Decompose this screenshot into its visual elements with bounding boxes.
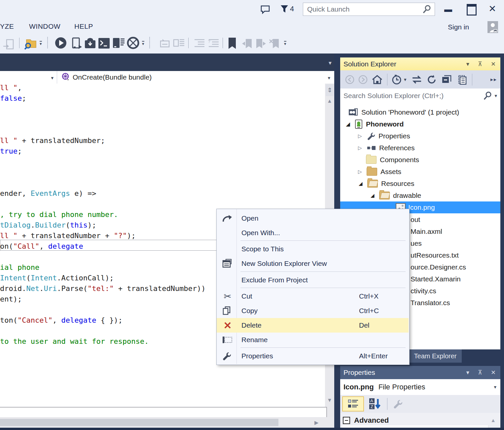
- tree-item-solution[interactable]: Solution 'Phoneword' (1 project): [348, 106, 459, 118]
- solution-explorer-search[interactable]: Search Solution Explorer (Ctrl+;) ▾: [340, 89, 500, 103]
- search-options-icon[interactable]: ▾: [494, 93, 497, 99]
- clear-bookmarks-icon[interactable]: [269, 37, 281, 50]
- menu-item-rename[interactable]: Rename: [217, 333, 409, 347]
- solution-explorer-header[interactable]: Solution Explorer ▾ ⊼ ✕: [340, 57, 500, 70]
- filter-dropdown-icon[interactable]: ▾: [404, 77, 407, 83]
- menu-item-delete[interactable]: ✕ Delete Del: [217, 318, 409, 333]
- navigate-back-content-icon[interactable]: [159, 38, 171, 49]
- scroll-right-icon[interactable]: ▶: [314, 419, 318, 426]
- menu-item-copy[interactable]: Copy Ctrl+C: [217, 304, 409, 318]
- quick-launch-box[interactable]: Quick Launch: [303, 3, 435, 16]
- menu-item-scope-to-this[interactable]: Scope to This: [217, 242, 409, 256]
- pin-icon[interactable]: ⊼: [478, 369, 482, 376]
- menu-item-new-solution-explorer-view[interactable]: New Solution Explorer View: [217, 256, 409, 271]
- attach-process-icon[interactable]: [3, 38, 15, 51]
- expander-expanded-icon[interactable]: ◢: [371, 193, 378, 198]
- toolbar-grip[interactable]: [149, 37, 152, 48]
- tree-item-fragment[interactable]: out: [411, 216, 420, 224]
- window-position-icon[interactable]: ▾: [466, 60, 469, 68]
- expander-expanded-icon[interactable]: ◢: [359, 181, 367, 187]
- feedback-icon[interactable]: [260, 4, 271, 15]
- menu-item-exclude-from-project[interactable]: Exclude From Project: [217, 273, 409, 287]
- alphabetical-sort-button[interactable]: AZ: [369, 398, 382, 410]
- tree-item-fragment[interactable]: Translator.cs: [411, 299, 450, 307]
- menu-item-open-with[interactable]: Open With...: [217, 226, 409, 240]
- scroll-up-icon[interactable]: ▲: [327, 98, 332, 104]
- back-button[interactable]: [345, 75, 355, 85]
- pending-changes-filter-button[interactable]: [391, 74, 403, 85]
- tree-item-drawable[interactable]: ◢ drawable: [371, 190, 421, 201]
- toolbar-grip[interactable]: [47, 37, 50, 48]
- sign-in-link[interactable]: Sign in: [448, 23, 469, 31]
- preview-selected-items-button[interactable]: [456, 74, 467, 85]
- notification-filter[interactable]: 4: [280, 4, 294, 14]
- properties-header[interactable]: Properties ▾ ⊼ ✕: [340, 366, 500, 379]
- member-dropdown[interactable]: OnCreate(Bundle bundle) ▾: [59, 71, 334, 84]
- tree-item-assets[interactable]: ▷ Assets: [358, 166, 401, 178]
- properties-object-dropdown[interactable]: Icon.png File Properties ▾: [340, 379, 500, 395]
- close-button[interactable]: ✕: [488, 3, 496, 14]
- profiler-button[interactable]: [127, 37, 139, 49]
- close-icon[interactable]: ✕: [491, 369, 496, 376]
- expander-collapsed-icon[interactable]: ▷: [358, 169, 366, 175]
- collapse-all-button[interactable]: [441, 74, 452, 85]
- toolbar-options-icon[interactable]: ▸▸: [490, 76, 497, 83]
- toolbar-overflow-icon[interactable]: ▾: [284, 41, 286, 46]
- expander-expanded-icon[interactable]: ◢: [346, 121, 354, 127]
- expander-collapsed-icon[interactable]: ▷: [358, 133, 366, 139]
- scroll-up-icon[interactable]: ▲: [490, 417, 496, 423]
- tree-item-fragment[interactable]: Main.axml: [411, 228, 442, 235]
- categorized-button[interactable]: +: [342, 396, 364, 412]
- property-pages-wrench-icon[interactable]: [393, 399, 403, 409]
- collapse-category-icon[interactable]: [343, 417, 350, 424]
- tree-item-phoneword[interactable]: ◢ Phoneword: [346, 118, 404, 130]
- tree-item-fragment[interactable]: ctivity.cs: [411, 287, 436, 295]
- menu-item-open[interactable]: Open: [217, 211, 409, 226]
- bookmark-button[interactable]: [227, 37, 237, 50]
- start-debug-button[interactable]: [54, 37, 67, 49]
- sync-with-active-document-button[interactable]: [411, 75, 422, 84]
- increase-indent-icon[interactable]: ?: [207, 38, 220, 48]
- toolbar-overflow-icon[interactable]: ▾: [142, 41, 144, 46]
- toolbar-overflow-icon[interactable]: ▾: [40, 41, 42, 46]
- tree-item-fragment[interactable]: ues: [411, 239, 422, 247]
- scroll-down-icon[interactable]: ▼: [327, 397, 332, 403]
- decrease-indent-icon[interactable]: [193, 38, 206, 48]
- menu-analyze[interactable]: YZE: [0, 22, 14, 30]
- minimize-button[interactable]: ▬: [444, 5, 452, 14]
- device-log-button[interactable]: [112, 37, 125, 50]
- editor-horizontal-scrollbar[interactable]: ▶: [0, 417, 334, 428]
- tree-item-fragment[interactable]: ource.Designer.cs: [411, 263, 466, 271]
- tree-item-references[interactable]: ▷ References: [358, 142, 414, 154]
- menu-help[interactable]: HELP: [74, 22, 93, 30]
- forward-button[interactable]: [358, 75, 368, 85]
- copy-structure-icon[interactable]: [172, 37, 185, 49]
- prev-bookmark-icon[interactable]: [241, 37, 253, 50]
- adb-console-button[interactable]: [98, 37, 110, 49]
- tree-item-fragment[interactable]: utResources.txt: [411, 251, 459, 259]
- find-in-files-button[interactable]: [24, 37, 38, 50]
- tree-item-fragment[interactable]: Started.Xamarin: [411, 275, 461, 283]
- scrollbar-thumb[interactable]: [0, 419, 278, 426]
- maximize-button[interactable]: [467, 4, 477, 16]
- document-dropdown-icon[interactable]: ▼: [328, 60, 333, 66]
- menu-item-cut[interactable]: ✂ Cut Ctrl+X: [217, 289, 409, 304]
- type-dropdown[interactable]: ▾: [0, 71, 57, 84]
- tree-item-properties[interactable]: ▷ Properties: [358, 130, 410, 142]
- android-sdk-button[interactable]: [84, 37, 96, 50]
- refresh-button[interactable]: [426, 74, 437, 85]
- home-button[interactable]: [372, 75, 382, 85]
- pin-icon[interactable]: ⊼: [478, 60, 482, 68]
- close-icon[interactable]: ✕: [491, 60, 496, 68]
- expander-collapsed-icon[interactable]: ▷: [358, 145, 366, 151]
- window-position-icon[interactable]: ▾: [466, 369, 469, 376]
- next-bookmark-icon[interactable]: [255, 37, 267, 50]
- menu-item-properties[interactable]: Properties Alt+Enter: [217, 349, 409, 363]
- tree-item-resources[interactable]: ◢ Resources: [359, 178, 414, 190]
- deploy-device-button[interactable]: [71, 37, 83, 50]
- tree-item-components[interactable]: Components: [366, 154, 419, 166]
- user-avatar-icon[interactable]: [487, 21, 498, 33]
- tab-team-explorer[interactable]: Team Explorer: [409, 349, 462, 363]
- menu-window[interactable]: WINDOW: [29, 22, 60, 30]
- splitter-handle[interactable]: ⇕: [326, 84, 334, 96]
